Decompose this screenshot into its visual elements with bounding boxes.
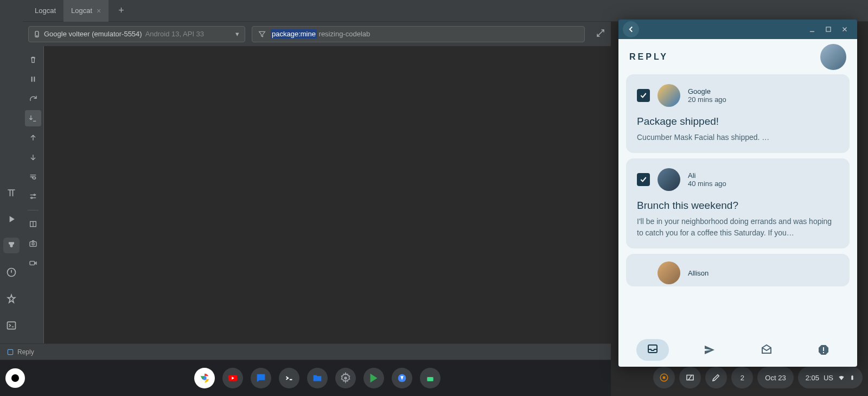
battery-icon [850,373,855,382]
notification-badge[interactable]: 2 [731,367,753,388]
app-icon [7,348,14,356]
shelf-apps [29,368,605,388]
checkbox-icon[interactable] [637,173,650,186]
problems-icon[interactable] [3,264,20,280]
email-card[interactable]: Ali 40 mins ago Brunch this weekend? I'l… [626,158,850,248]
emulator-titlebar [618,20,857,39]
studio-icon[interactable] [392,368,412,388]
pen-icon[interactable] [705,367,727,388]
run-icon[interactable] [3,211,20,227]
minimize-button[interactable] [804,21,820,37]
close-icon[interactable]: × [97,7,101,15]
status-bar: Reply [0,343,611,360]
sender-name: Google [688,87,726,95]
settings-app-icon[interactable] [335,368,356,388]
svg-rect-23 [663,376,666,379]
tray-date: Oct 23 [765,374,786,382]
avatar[interactable] [820,44,846,70]
logcat-icon[interactable] [3,238,20,253]
separator [28,210,39,210]
status-app-name: Reply [17,348,34,356]
checkbox-icon[interactable] [637,89,650,102]
svg-rect-1 [8,322,16,329]
wifi-icon [838,374,845,381]
svg-rect-26 [852,375,853,376]
email-list[interactable]: Google 20 mins ago Package shipped! Cucu… [618,74,857,333]
svg-rect-27 [826,27,831,31]
svg-rect-25 [851,376,853,380]
device-selector[interactable]: Google volteer (emulator-5554) Android 1… [28,26,245,42]
split-button[interactable] [25,216,41,232]
tab-logcat-2[interactable]: Logcat× [63,0,108,22]
device-info: Android 13, API 33 [145,30,204,38]
profiler-icon[interactable] [3,291,20,306]
screenshot-tray-icon[interactable] [679,367,701,388]
email-preview: I'll be in your neighborhood doing erran… [637,216,839,239]
tab-logcat-1[interactable]: Logcat [27,0,63,22]
svg-rect-14 [30,261,35,265]
svg-point-13 [32,243,34,245]
messages-icon[interactable] [251,368,271,388]
logcat-toolbar: Google volteer (emulator-5554) Android 1… [23,22,611,46]
tab-bar: Logcat Logcat× + [23,0,868,22]
date-pill[interactable]: Oct 23 [757,367,793,388]
launcher-button[interactable] [5,368,25,388]
svg-point-10 [31,197,33,199]
filter-icon [258,30,266,39]
sender-avatar [658,261,680,284]
tray-locale: US [824,374,833,382]
svg-point-9 [34,194,35,196]
nav-drafts[interactable] [738,343,795,356]
emulator-screen: REPLY Google 20 mins ago Package shipped… [618,39,857,367]
terminal-app-icon[interactable] [279,368,299,388]
files-icon[interactable] [307,368,328,388]
filter-input[interactable]: package:mine resizing-codelab [252,26,585,42]
add-tab-button[interactable]: + [114,3,129,18]
nav-spam[interactable] [795,343,852,356]
tab-label: Logcat [35,7,56,15]
device-name: Google volteer (emulator-5554) [44,30,142,38]
tab-label: Logcat [71,7,92,15]
bottom-nav [618,333,857,367]
svg-rect-15 [8,349,12,354]
record-button[interactable] [25,255,41,271]
sent-time: 40 mins ago [688,180,726,188]
log-output [43,46,611,343]
type-icon[interactable] [3,184,20,200]
pause-button[interactable] [25,71,41,87]
svg-rect-21 [427,377,433,381]
svg-rect-30 [823,352,824,353]
email-card[interactable]: Allison [626,254,850,286]
app-bar: REPLY [618,39,857,74]
down-button[interactable] [25,149,41,165]
status-pill[interactable]: 2:05 US [798,367,863,388]
restart-button[interactable] [25,91,41,107]
close-button[interactable] [837,21,853,37]
screenshot-button[interactable] [25,235,41,252]
filter-text: package:mine resizing-codelab [271,30,370,38]
email-card[interactable]: Google 20 mins ago Package shipped! Cucu… [626,74,850,153]
svg-point-6 [36,35,37,36]
nav-inbox[interactable] [624,339,681,361]
wrap-button[interactable] [25,169,41,185]
terminal-icon[interactable] [3,317,20,333]
chrome-icon[interactable] [194,368,215,388]
play-icon[interactable] [363,368,384,388]
nav-send[interactable] [681,343,738,356]
maximize-button[interactable] [820,21,837,37]
youtube-icon[interactable] [222,368,243,388]
card-meta: Allison [688,269,709,277]
up-button[interactable] [25,130,41,146]
stop-record-icon[interactable] [653,367,675,388]
scroll-end-button[interactable] [25,110,41,126]
logcat-actions [23,46,43,343]
back-button[interactable] [623,21,639,37]
android-icon[interactable] [420,368,441,388]
settings2-button[interactable] [25,188,41,205]
system-tray: 2 Oct 23 2:05 US [653,367,863,388]
tray-time: 2:05 [806,374,819,382]
svg-rect-8 [34,76,35,81]
expand-icon[interactable] [596,28,605,40]
svg-point-19 [344,376,347,380]
clear-button[interactable] [25,52,41,68]
